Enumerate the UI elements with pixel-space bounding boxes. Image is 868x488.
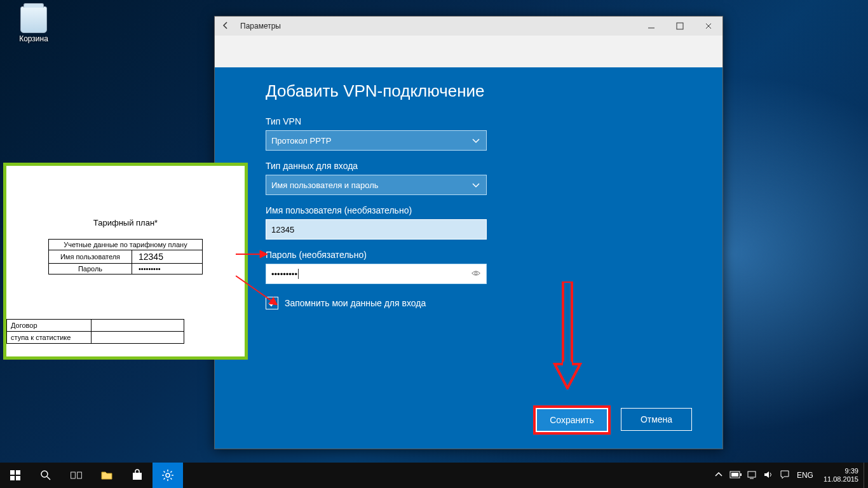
system-tray: ENG [709, 470, 818, 482]
vpn-type-value: Протокол PPTP [271, 136, 332, 146]
svg-marker-8 [555, 364, 580, 388]
remember-checkbox-row[interactable]: Запомнить мои данные для входа [266, 297, 672, 309]
recycle-bin-icon [20, 6, 47, 33]
minimize-icon [646, 21, 656, 31]
username-label: Имя пользователя (необязательно) [266, 205, 672, 215]
taskbar-app-store[interactable] [122, 463, 153, 488]
signin-type-label: Тип данных для входа [266, 161, 672, 171]
doc-user-label: Имя пользователя [49, 250, 132, 264]
settings-subheader [215, 36, 722, 68]
svg-point-14 [41, 471, 48, 477]
add-vpn-dialog: Добавить VPN-подключение Тип VPN Протоко… [215, 67, 722, 449]
svg-rect-7 [563, 281, 572, 364]
reveal-password-icon[interactable] [471, 268, 481, 280]
svg-point-2 [475, 272, 477, 274]
annotation-arrow-right-icon [236, 248, 268, 260]
vpn-type-label: Тип VPN [266, 116, 672, 126]
remember-label: Запомнить мои данные для входа [285, 298, 426, 308]
gear-icon [161, 469, 174, 482]
chevron-down-icon [471, 135, 481, 147]
svg-rect-31 [748, 471, 756, 477]
doc-credentials-table: Учетные данные по тарифному плану Имя по… [48, 239, 203, 274]
svg-line-24 [164, 471, 165, 473]
svg-rect-17 [78, 472, 82, 478]
volume-icon [763, 470, 773, 480]
settings-window: Параметры Добавить VPN-подключение Тип V… [214, 16, 723, 449]
vpn-type-select[interactable]: Протокол PPTP [266, 130, 487, 151]
notification-icon [780, 470, 790, 480]
svg-line-27 [170, 471, 172, 473]
dialog-heading: Добавить VPN-подключение [266, 81, 672, 101]
cancel-button[interactable]: Отмена [621, 408, 692, 431]
windows-logo-icon [9, 469, 22, 482]
back-arrow-icon [220, 20, 231, 30]
taskbar-app-explorer[interactable] [92, 463, 122, 488]
svg-rect-30 [731, 473, 738, 477]
minimize-button[interactable] [637, 17, 665, 36]
svg-rect-1 [677, 23, 683, 29]
start-button[interactable] [0, 463, 31, 488]
signin-type-select[interactable]: Имя пользователя и пароль [266, 175, 487, 195]
battery-icon [729, 471, 742, 478]
window-title: Параметры [236, 22, 637, 30]
signin-type-value: Имя пользователя и пароль [271, 180, 379, 190]
clock-time: 9:39 [824, 467, 858, 475]
search-icon [39, 469, 52, 482]
tray-network[interactable] [746, 470, 757, 482]
close-button[interactable] [694, 17, 722, 36]
svg-marker-4 [260, 250, 268, 258]
doc-user-value: 12345 [132, 250, 203, 264]
recycle-bin-label: Корзина [11, 34, 56, 43]
taskbar-clock[interactable]: 9:39 11.08.2015 [818, 467, 864, 484]
window-titlebar: Параметры [215, 17, 722, 36]
tray-battery[interactable] [729, 471, 741, 480]
svg-rect-18 [133, 473, 142, 480]
clock-date: 11.08.2015 [824, 475, 858, 484]
svg-rect-9 [563, 362, 572, 367]
tray-language[interactable]: ENG [796, 471, 815, 480]
show-desktop-button[interactable] [864, 463, 868, 488]
svg-rect-10 [10, 470, 15, 475]
username-value: 12345 [271, 225, 294, 234]
save-button[interactable]: Сохранить [536, 408, 608, 432]
svg-rect-16 [71, 472, 76, 478]
doc-cred-header: Учетные данные по тарифному плану [49, 240, 203, 250]
task-view-icon [70, 469, 83, 482]
doc-bottom-table: Договор ступа к статистике [6, 319, 184, 344]
task-view-button[interactable] [61, 463, 92, 488]
chevron-down-icon [471, 180, 481, 192]
svg-rect-12 [10, 476, 15, 480]
maximize-icon [675, 21, 685, 31]
password-label: Пароль (необязательно) [266, 250, 672, 260]
recycle-bin[interactable]: Корзина [11, 6, 56, 43]
svg-rect-29 [740, 473, 742, 476]
password-input[interactable]: ••••••••• [266, 264, 487, 284]
folder-icon [100, 469, 113, 482]
annotation-arrow-down-icon [552, 281, 583, 390]
doc-tariff-title: Тарифный план* [6, 218, 245, 227]
chevron-up-icon [714, 470, 724, 480]
search-button[interactable] [31, 463, 61, 488]
doc-pass-label: Пароль [49, 264, 132, 274]
maximize-button[interactable] [665, 17, 694, 36]
tray-show-hidden-icons[interactable] [713, 470, 724, 482]
tray-volume[interactable] [763, 470, 774, 482]
taskbar-app-settings[interactable] [153, 463, 183, 488]
svg-rect-11 [16, 470, 20, 475]
svg-point-19 [166, 473, 170, 477]
svg-line-15 [47, 477, 50, 480]
svg-rect-13 [16, 476, 20, 480]
password-mask: ••••••••• [271, 269, 297, 279]
network-icon [747, 470, 757, 480]
taskbar: ENG 9:39 11.08.2015 [0, 463, 868, 488]
username-input[interactable]: 12345 [266, 219, 487, 240]
tray-action-center[interactable] [779, 470, 790, 482]
svg-line-25 [170, 478, 172, 479]
doc-pass-value: ••••••••• [132, 264, 203, 274]
doc-row-contract: Договор [7, 320, 92, 332]
close-icon [703, 21, 714, 31]
credentials-document: Тарифный план* Учетные данные по тарифно… [3, 163, 248, 360]
back-button[interactable] [215, 20, 236, 32]
doc-row-stats: ступа к статистике [7, 332, 92, 344]
svg-line-26 [164, 478, 165, 479]
